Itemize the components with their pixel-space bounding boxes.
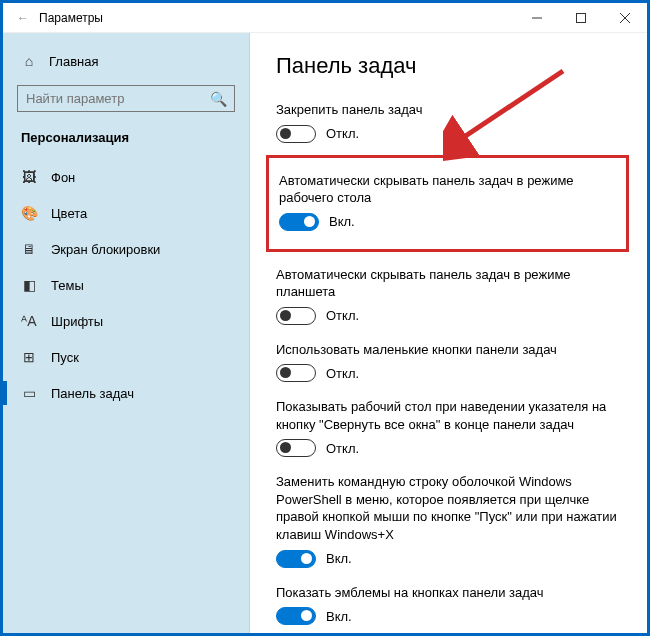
- sidebar-item-icon: ▭: [21, 385, 37, 401]
- home-icon: ⌂: [21, 53, 37, 69]
- toggle-state-label: Откл.: [326, 441, 359, 456]
- sidebar-item-label: Цвета: [51, 206, 87, 221]
- sidebar-section-title: Персонализация: [3, 118, 249, 155]
- sidebar-item-label: Темы: [51, 278, 84, 293]
- sidebar-item-icon: ᴬA: [21, 313, 37, 329]
- setting-0: Закрепить панель задачОткл.: [276, 95, 629, 153]
- setting-2: Автоматически скрывать панель задач в ре…: [276, 260, 629, 335]
- setting-label: Использовать маленькие кнопки панели зад…: [276, 341, 629, 359]
- sidebar-item-label: Шрифты: [51, 314, 103, 329]
- sidebar-item-5[interactable]: ⊞Пуск: [3, 339, 249, 375]
- setting-5: Заменить командную строку оболочкой Wind…: [276, 467, 629, 577]
- setting-label: Показывать рабочий стол при наведении ук…: [276, 398, 629, 433]
- setting-6: Показать эмблемы на кнопках панели задач…: [276, 578, 629, 633]
- highlight-box: Автоматически скрывать панель задач в ре…: [266, 155, 629, 252]
- setting-3: Использовать маленькие кнопки панели зад…: [276, 335, 629, 393]
- toggle-state-label: Вкл.: [326, 609, 352, 624]
- window-controls: [515, 3, 647, 33]
- sidebar-home[interactable]: ⌂ Главная: [3, 47, 249, 75]
- back-icon[interactable]: ←: [17, 11, 29, 25]
- setting-label: Показать эмблемы на кнопках панели задач: [276, 584, 629, 602]
- toggle-state-label: Откл.: [326, 126, 359, 141]
- content: Панель задач Закрепить панель задачОткл.…: [250, 33, 647, 633]
- toggle-switch[interactable]: [276, 550, 316, 568]
- sidebar-item-label: Пуск: [51, 350, 79, 365]
- sidebar-item-label: Фон: [51, 170, 75, 185]
- setting-label: Закрепить панель задач: [276, 101, 629, 119]
- setting-4: Показывать рабочий стол при наведении ук…: [276, 392, 629, 467]
- setting-label: Автоматически скрывать панель задач в ре…: [279, 172, 616, 207]
- toggle-switch[interactable]: [276, 607, 316, 625]
- sidebar-item-icon: 🎨: [21, 205, 37, 221]
- search-input[interactable]: [17, 85, 235, 112]
- sidebar-item-icon: 🖥: [21, 241, 37, 257]
- toggle-state-label: Вкл.: [326, 551, 352, 566]
- sidebar-item-1[interactable]: 🎨Цвета: [3, 195, 249, 231]
- setting-label: Автоматически скрывать панель задач в ре…: [276, 266, 629, 301]
- sidebar-item-4[interactable]: ᴬAШрифты: [3, 303, 249, 339]
- toggle-switch[interactable]: [276, 364, 316, 382]
- sidebar-item-icon: ◧: [21, 277, 37, 293]
- sidebar-home-label: Главная: [49, 54, 98, 69]
- toggle-state-label: Вкл.: [329, 214, 355, 229]
- sidebar-item-3[interactable]: ◧Темы: [3, 267, 249, 303]
- sidebar-item-label: Панель задач: [51, 386, 134, 401]
- search-icon: 🔍: [210, 91, 227, 107]
- sidebar: ⌂ Главная 🔍 Персонализация 🖼Фон🎨Цвета🖥Эк…: [3, 33, 250, 633]
- sidebar-item-2[interactable]: 🖥Экран блокировки: [3, 231, 249, 267]
- maximize-button[interactable]: [559, 3, 603, 33]
- toggle-state-label: Откл.: [326, 366, 359, 381]
- titlebar: ← Параметры: [3, 3, 647, 33]
- page-title: Панель задач: [276, 53, 629, 79]
- toggle-switch[interactable]: [279, 213, 319, 231]
- setting-label: Заменить командную строку оболочкой Wind…: [276, 473, 629, 543]
- sidebar-item-icon: 🖼: [21, 169, 37, 185]
- window-title: Параметры: [39, 11, 103, 25]
- toggle-switch[interactable]: [276, 439, 316, 457]
- minimize-button[interactable]: [515, 3, 559, 33]
- setting-1: Автоматически скрывать панель задач в ре…: [279, 166, 616, 241]
- sidebar-item-0[interactable]: 🖼Фон: [3, 159, 249, 195]
- svg-rect-1: [577, 13, 586, 22]
- sidebar-item-label: Экран блокировки: [51, 242, 160, 257]
- toggle-switch[interactable]: [276, 307, 316, 325]
- sidebar-item-6[interactable]: ▭Панель задач: [3, 375, 249, 411]
- toggle-switch[interactable]: [276, 125, 316, 143]
- close-button[interactable]: [603, 3, 647, 33]
- sidebar-item-icon: ⊞: [21, 349, 37, 365]
- sidebar-nav: 🖼Фон🎨Цвета🖥Экран блокировки◧ТемыᴬAШрифты…: [3, 159, 249, 411]
- toggle-state-label: Откл.: [326, 308, 359, 323]
